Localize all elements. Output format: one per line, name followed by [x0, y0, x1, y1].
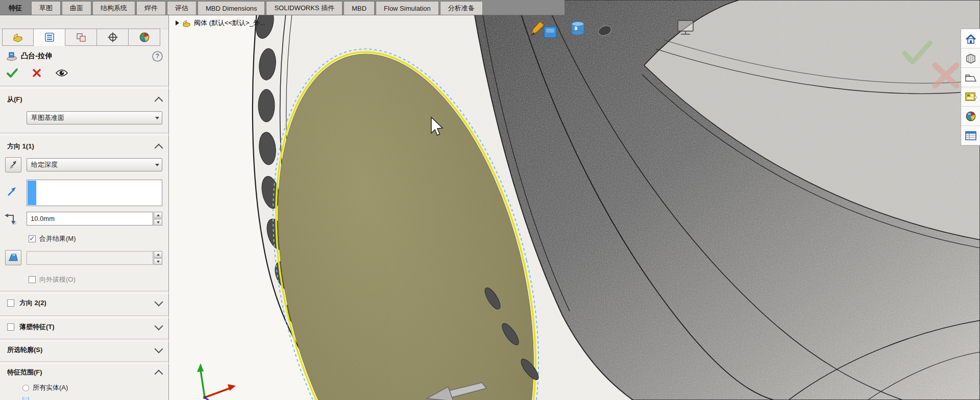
cylinder-tool-icon[interactable]: [572, 22, 584, 35]
divider: [0, 361, 169, 364]
preview-eye-icon[interactable]: [55, 68, 68, 78]
tab-configuration-manager[interactable]: [65, 29, 97, 46]
draft-outward-row[interactable]: 向外拔模(O): [0, 273, 169, 286]
direction1-label: 方向 1(1): [7, 142, 34, 151]
dropdown-arrow-icon: [155, 117, 159, 119]
section-from-header[interactable]: 从(F): [0, 93, 169, 106]
flyout-feature-tree: 阀体 (默认<<默认>_外...: [176, 18, 265, 28]
pm-title: 凸台-拉伸: [21, 52, 52, 61]
selected-bodies-radio[interactable]: [22, 397, 29, 400]
depth-field[interactable]: 10.0mm: [27, 212, 153, 226]
from-dropdown-value: 草图基准面: [31, 113, 64, 122]
dimxpert-manager-icon: [107, 32, 118, 42]
draft-outward-checkbox[interactable]: [29, 276, 36, 283]
chevron-up-icon: [155, 96, 163, 105]
direction-reference-icon: [6, 186, 17, 197]
commandmanager-tabbar: 特征 草图 曲面 结构系统 焊件 评估 MBD Dimensions SOLID…: [0, 0, 565, 15]
tree-expand-arrow[interactable]: [176, 20, 179, 26]
section-feature-scope-header[interactable]: 特征范围(F): [0, 365, 169, 380]
section-direction2-header[interactable]: 方向 2(2): [0, 296, 169, 310]
file-explorer-button[interactable]: [961, 68, 980, 87]
divider: [0, 86, 169, 88]
divider: [0, 315, 169, 318]
configuration-manager-icon: [76, 32, 87, 42]
tab-flow-simulation[interactable]: Flow Simulation: [376, 1, 439, 15]
graphics-viewport[interactable]: [169, 0, 980, 400]
tab-surfaces[interactable]: 曲面: [62, 1, 91, 15]
depth-value: 10.0mm: [31, 215, 55, 222]
home-button[interactable]: [961, 29, 980, 48]
draft-button[interactable]: [5, 250, 21, 265]
thin-feature-label: 薄壁特征(T): [19, 322, 55, 332]
section-selected-contours-header[interactable]: 所选轮廓(S): [0, 343, 169, 357]
draft-angle-field: [27, 251, 153, 265]
merge-result-label: 合并结果(M): [39, 234, 76, 243]
depth-spinner: [154, 212, 162, 226]
tab-feature-manager[interactable]: [2, 29, 34, 46]
section-direction1-header[interactable]: 方向 1(1): [0, 140, 169, 153]
design-library-button[interactable]: [961, 48, 980, 68]
tree-node-label[interactable]: 阀体 (默认<<默认>_外...: [194, 18, 265, 28]
boss-extrude-icon: [6, 51, 17, 61]
help-icon[interactable]: ?: [152, 51, 163, 62]
tab-property-manager[interactable]: [34, 29, 65, 46]
selected-bodies-row-partial[interactable]: [0, 397, 169, 400]
thin-feature-checkbox[interactable]: [7, 323, 14, 331]
task-pane: [961, 29, 980, 146]
tab-dimxpert-manager[interactable]: [97, 29, 129, 46]
merge-result-checkbox[interactable]: [29, 235, 36, 242]
spin-down-button[interactable]: [154, 258, 162, 265]
draft-spinner: [154, 251, 162, 265]
divider: [0, 291, 169, 293]
chevron-up-icon: [155, 369, 163, 378]
tab-sketch[interactable]: 草图: [31, 1, 61, 15]
file-explorer-icon: [965, 72, 977, 83]
direction2-label: 方向 2(2): [19, 298, 46, 308]
custom-properties-icon: [965, 131, 977, 141]
divider: [0, 133, 169, 135]
direction2-checkbox[interactable]: [7, 299, 14, 307]
tab-mbd[interactable]: MBD: [344, 1, 375, 15]
tab-analysis-prep[interactable]: 分析准备: [440, 1, 483, 15]
spin-down-button[interactable]: [154, 219, 162, 226]
view-palette-icon: [965, 91, 977, 103]
reverse-direction-button[interactable]: [5, 157, 21, 172]
merge-result-row[interactable]: 合并结果(M): [0, 233, 169, 245]
tab-weldments[interactable]: 焊件: [136, 1, 166, 15]
reverse-direction-icon: [8, 160, 18, 170]
tab-addins[interactable]: SOLIDWORKS 插件: [266, 1, 342, 15]
propertymanager-panel: 凸台-拉伸 ? 从(F) 草图基准面: [0, 15, 169, 400]
depth-icon: [4, 213, 17, 226]
all-bodies-row[interactable]: 所有实体(A): [0, 382, 169, 394]
ok-check-icon[interactable]: [6, 68, 18, 78]
end-condition-value: 给定深度: [31, 160, 58, 169]
divider: [0, 339, 169, 341]
pm-header: 凸台-拉伸 ?: [0, 48, 169, 64]
tab-features[interactable]: 特征: [1, 1, 30, 15]
dropdown-arrow-icon: [155, 164, 159, 166]
tab-display-manager[interactable]: [129, 29, 160, 46]
custom-properties-button[interactable]: [961, 126, 980, 145]
from-dropdown[interactable]: 草图基准面: [27, 111, 162, 124]
spin-up-button[interactable]: [154, 251, 162, 258]
spin-up-button[interactable]: [154, 212, 162, 218]
end-condition-dropdown[interactable]: 给定深度: [27, 158, 162, 171]
selected-contours-label: 所选轮廓(S): [7, 345, 42, 355]
appearances-button[interactable]: [961, 107, 980, 126]
active-selection-stripe: [28, 181, 36, 205]
tab-mbd-dimensions[interactable]: MBD Dimensions: [198, 1, 265, 15]
tab-evaluate[interactable]: 评估: [167, 1, 197, 15]
section-thin-feature-header[interactable]: 薄壁特征(T): [0, 320, 169, 334]
property-manager-icon: [44, 32, 55, 42]
view-palette-button[interactable]: [961, 87, 980, 107]
all-bodies-radio[interactable]: [22, 385, 29, 391]
panel-top-strip: [0, 15, 168, 29]
all-bodies-label: 所有实体(A): [33, 383, 68, 392]
solidworks-window: 阀体 (默认<<默认>_外... 特征 草图 曲面 结构系统 焊件 评估 MBD…: [0, 0, 980, 400]
isolate-cube-icon[interactable]: [544, 27, 556, 38]
cancel-x-icon[interactable]: [32, 68, 42, 78]
chevron-up-icon: [155, 143, 163, 152]
chevron-down-icon: [155, 345, 163, 354]
direction-reference-selectbox[interactable]: [27, 180, 162, 206]
tab-structure-system[interactable]: 结构系统: [92, 1, 135, 15]
